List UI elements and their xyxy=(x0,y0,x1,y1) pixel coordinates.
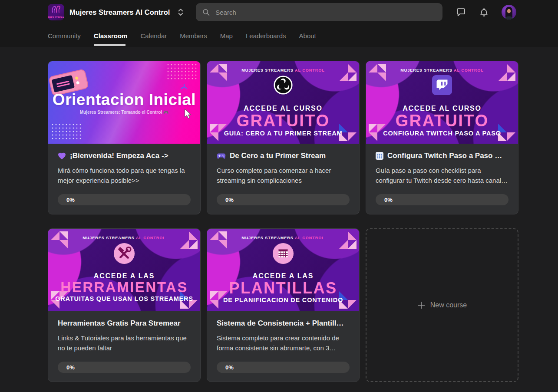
thumbnail-brand: MUJERES STREAMERS AL CONTROL xyxy=(207,236,359,240)
course-card-body: Configura Twitch Paso a Paso … Guía paso… xyxy=(366,144,518,214)
course-title-text: Herramientas Gratis Para Stremear xyxy=(58,319,181,328)
chat-icon xyxy=(456,7,466,18)
course-description: Curso completo para comenzar a hacer str… xyxy=(217,165,350,186)
logo-art-icon xyxy=(50,5,62,14)
tab-about[interactable]: About xyxy=(299,24,316,47)
classroom-content: Orientacion Inicial Mujeres Streamers: T… xyxy=(0,47,558,391)
game-controller-icon xyxy=(217,153,226,159)
course-card-herramientas[interactable]: MUJERES STREAMERS AL CONTROL ACCEDE A xyxy=(48,228,201,382)
community-logo[interactable]: MUJERES STREAMERS xyxy=(48,4,64,20)
progress-label: 0% xyxy=(225,197,234,203)
course-card-body: Sistema de Consistencia + Plantill… Sist… xyxy=(207,311,359,382)
tab-members[interactable]: Members xyxy=(180,24,207,47)
course-title-text: Configura Twitch Paso a Paso … xyxy=(387,152,502,160)
course-card-body: ¡Bienvenida! Empeza Aca -> Mirá cómo fun… xyxy=(48,144,200,214)
bell-icon xyxy=(479,7,489,18)
cursor-icon xyxy=(182,108,193,119)
tab-community[interactable]: Community xyxy=(48,24,81,47)
course-description: Sistema completo para crear contenido de… xyxy=(217,333,350,353)
course-title: Sistema de Consistencia + Plantill… xyxy=(217,319,350,328)
course-title-text: Sistema de Consistencia + Plantill… xyxy=(217,319,343,328)
course-title: Configura Twitch Paso a Paso … xyxy=(376,152,508,160)
chevron-up-down-icon xyxy=(178,7,184,17)
tab-leaderboards[interactable]: Leaderboards xyxy=(246,24,286,47)
tab-classroom[interactable]: Classroom xyxy=(94,24,128,47)
progress-bar: 0% xyxy=(58,362,191,373)
dots-pattern xyxy=(51,123,83,141)
tab-calendar[interactable]: Calendar xyxy=(140,24,167,47)
progress-bar: 0% xyxy=(217,362,350,373)
thumbnail-brand: MUJERES STREAMERS AL CONTROL xyxy=(366,68,518,72)
notifications-button[interactable] xyxy=(479,7,489,18)
course-title: De Cero a tu Primer Stream xyxy=(217,152,350,160)
progress-label: 0% xyxy=(384,197,393,203)
thumbnail-brand: MUJERES STREAMERS AL CONTROL xyxy=(207,68,359,72)
course-thumbnail: MUJERES STREAMERS AL CONTROL ACCEDE A xyxy=(48,229,200,311)
course-card-configura-twitch[interactable]: MUJERES STREAMERS AL CONTROL ACCEDE AL C… xyxy=(366,61,518,214)
dots-pattern xyxy=(166,63,198,81)
course-title: Herramientas Gratis Para Stremear xyxy=(58,319,191,328)
plus-icon xyxy=(417,301,425,309)
course-description: Links & Tutoriales para las herramientas… xyxy=(58,333,191,353)
search-input[interactable] xyxy=(215,9,436,16)
progress-label: 0% xyxy=(225,364,234,371)
avatar-image xyxy=(502,5,516,20)
sparkle-icon xyxy=(180,84,188,92)
thumbnail-text: ACCEDE A LAS HERRAMIENTAS GRATUITAS QUE … xyxy=(48,272,200,302)
course-thumbnail: Orientacion Inicial Mujeres Streamers: T… xyxy=(48,61,200,144)
tools-icon xyxy=(48,243,200,264)
progress-label: 0% xyxy=(66,197,75,203)
community-switcher[interactable] xyxy=(178,7,184,17)
header-actions xyxy=(456,5,516,20)
chat-button[interactable] xyxy=(456,7,466,18)
course-thumbnail: MUJERES STREAMERS AL CONTROL ACCEDE AL C… xyxy=(366,61,518,144)
course-title-text: ¡Bienvenida! Empeza Aca -> xyxy=(70,152,168,160)
search-icon xyxy=(202,8,210,16)
course-card-primer-stream[interactable]: MUJERES STREAMERS AL CONTROL ACCEDE AL C… xyxy=(207,61,360,214)
user-avatar[interactable] xyxy=(502,5,516,20)
calendar-grid-icon xyxy=(376,152,383,160)
course-card-plantillas[interactable]: MUJERES STREAMERS AL CONTROL ACCEDE A xyxy=(207,228,360,382)
nav-tabs: Community Classroom Calendar Members Map… xyxy=(0,24,558,47)
course-thumbnail: MUJERES STREAMERS AL CONTROL ACCEDE A xyxy=(207,229,359,311)
course-card-body: Herramientas Gratis Para Stremear Links … xyxy=(48,311,200,382)
course-card-orientacion[interactable]: Orientacion Inicial Mujeres Streamers: T… xyxy=(48,61,201,214)
course-card-body: De Cero a tu Primer Stream Curso complet… xyxy=(207,144,359,214)
thumbnail-heading: Orientacion Inicial xyxy=(48,91,200,109)
course-title-text: De Cero a tu Primer Stream xyxy=(230,152,326,160)
search-bar[interactable] xyxy=(196,3,442,21)
progress-bar: 0% xyxy=(217,194,350,205)
new-course-button[interactable]: New course xyxy=(366,228,518,382)
thumbnail-text: ACCEDE AL CURSO GRATUITO GUIA: CERO A TU… xyxy=(207,105,359,137)
course-description: Guía paso a paso con checklist para conf… xyxy=(376,165,508,186)
purple-heart-icon xyxy=(58,152,66,160)
thumbnail-brand: MUJERES STREAMERS AL CONTROL xyxy=(48,236,200,240)
obs-logo-icon xyxy=(207,75,359,95)
top-bar: MUJERES STREAMERS Mujeres Streamers Al C… xyxy=(0,0,558,24)
progress-label: 0% xyxy=(66,364,75,371)
course-grid: Orientacion Inicial Mujeres Streamers: T… xyxy=(48,61,519,382)
thumbnail-text: ACCEDE A LAS PLANTILLAS DE PLANIFICACION… xyxy=(207,272,359,303)
progress-bar: 0% xyxy=(58,194,191,205)
twitch-logo-icon xyxy=(366,75,518,95)
tab-map[interactable]: Map xyxy=(220,24,233,47)
new-course-label: New course xyxy=(430,301,467,309)
thumbnail-subheading: Mujeres Streamers: Tomando el Control 🎮 xyxy=(48,110,200,115)
course-description: Mirá cómo funciona todo para que tengas … xyxy=(58,165,191,186)
logo-text: MUJERES STREAMERS xyxy=(48,16,64,20)
progress-bar: 0% xyxy=(376,194,508,205)
calendar-icon xyxy=(207,243,359,264)
thumbnail-text: ACCEDE AL CURSO GRATUITO CONFIGURA TWITC… xyxy=(366,105,518,137)
course-title: ¡Bienvenida! Empeza Aca -> xyxy=(58,152,191,160)
community-name: Mujeres Streamers Al Control xyxy=(69,8,170,16)
course-thumbnail: MUJERES STREAMERS AL CONTROL ACCEDE AL C… xyxy=(207,61,359,144)
